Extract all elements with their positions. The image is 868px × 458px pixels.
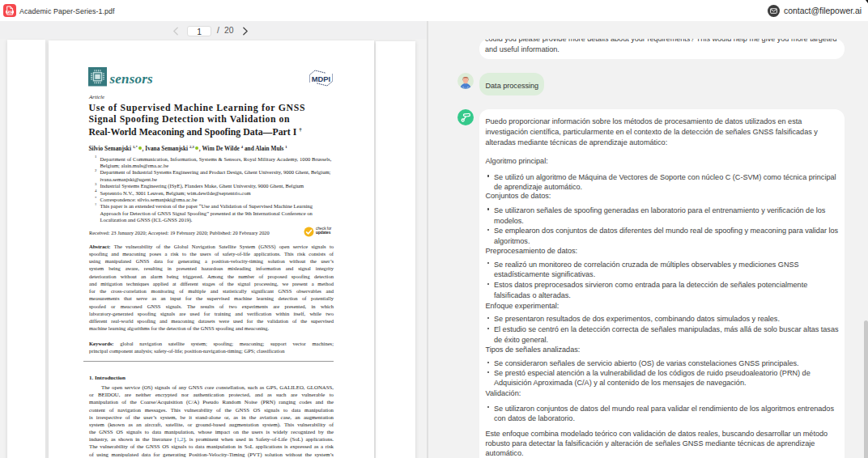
svg-text:PDF: PDF (7, 10, 13, 13)
svg-text:MDPI: MDPI (311, 74, 330, 83)
